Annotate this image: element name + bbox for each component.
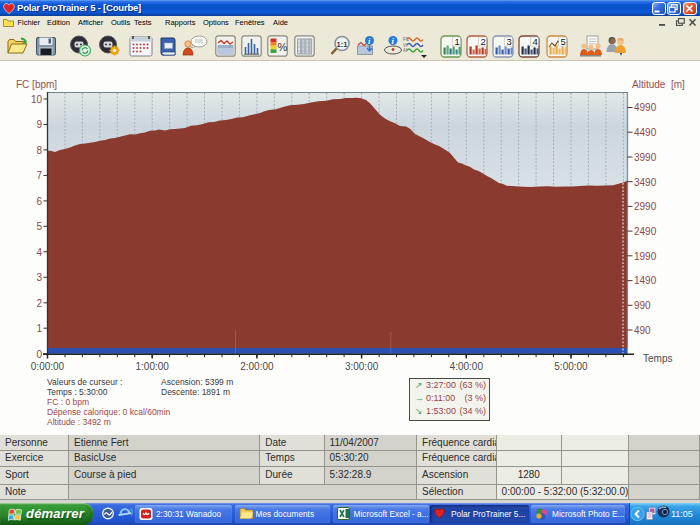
svg-text:1:1: 1:1 [337, 40, 348, 49]
svg-text:Vi: Vi [403, 43, 407, 48]
svg-text:4: 4 [533, 36, 538, 47]
svg-text:FC: FC [403, 37, 410, 42]
svg-text:%: % [278, 41, 288, 53]
svg-text:Al: Al [403, 48, 407, 53]
svg-text:1: 1 [455, 36, 460, 47]
svg-text:3: 3 [507, 36, 512, 47]
svg-text:2: 2 [481, 36, 486, 47]
svg-text:5: 5 [561, 36, 566, 47]
